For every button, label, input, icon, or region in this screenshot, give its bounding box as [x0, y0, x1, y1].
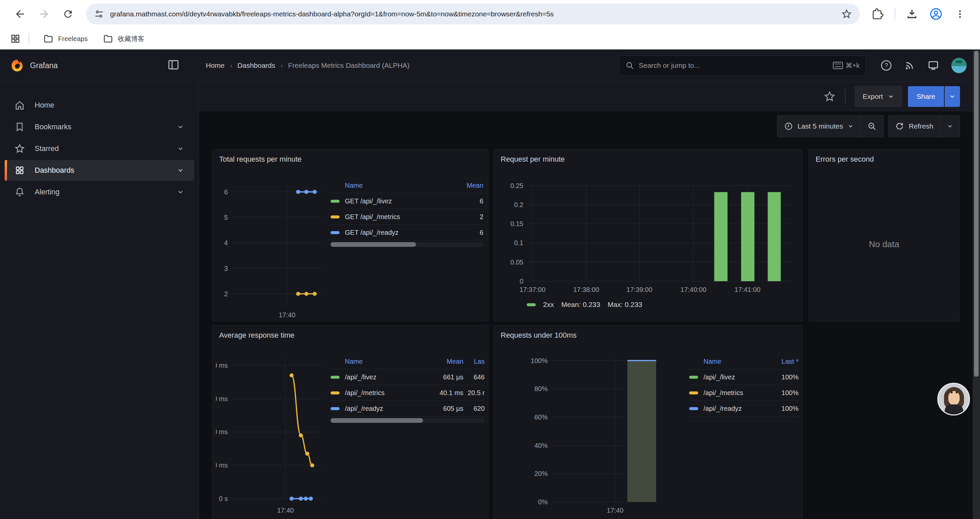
svg-text:17:41:00: 17:41:00	[735, 286, 760, 293]
sidebar: Home Bookmarks Starred Dashb	[0, 82, 199, 519]
search-input[interactable]: Search or jump to... ⌘+k	[619, 56, 866, 75]
svg-text:80 ms: 80 ms	[216, 362, 228, 369]
clock-icon	[784, 122, 793, 131]
legend-row[interactable]: /api/_/metrics 100%	[689, 385, 799, 401]
monitor-icon[interactable]	[927, 60, 939, 71]
subheader-divider	[845, 89, 846, 104]
page-scrollbar[interactable]	[973, 50, 980, 519]
bookmark-folder-blogs[interactable]: 收藏博客	[97, 31, 150, 47]
panel-title[interactable]: Average response time	[219, 331, 294, 340]
legend-row[interactable]: GET /api/_/livez 6	[331, 193, 483, 209]
legend-series-name[interactable]: 2xx	[543, 300, 554, 308]
reload-button[interactable]	[57, 3, 79, 25]
assistant-avatar[interactable]	[937, 383, 970, 415]
refresh-button[interactable]: Refresh	[889, 115, 940, 137]
sidebar-item-bookmarks[interactable]: Bookmarks	[5, 117, 194, 137]
request-per-minute-legend[interactable]: 2xx Mean: 0.233 Max: 0.233	[527, 300, 642, 308]
refresh-interval-button[interactable]	[940, 115, 960, 137]
sidebar-item-starred[interactable]: Starred	[5, 138, 194, 159]
chevron-down-icon[interactable]	[177, 145, 184, 153]
chevron-down-icon[interactable]	[177, 188, 184, 197]
share-menu-button[interactable]	[945, 86, 960, 107]
sidebar-item-home[interactable]: Home	[5, 95, 194, 115]
active-accent	[5, 160, 7, 181]
url-bar[interactable]: grafana.mathmast.com/d/deytv4rwavabkb/fr…	[86, 4, 860, 24]
legend-row[interactable]: GET /api/_/metrics 2	[331, 209, 483, 225]
share-button[interactable]: Share	[908, 86, 944, 107]
browser-menu-button[interactable]	[949, 3, 970, 25]
legend-header-last[interactable]: Last *	[768, 358, 799, 366]
legend-header-mean[interactable]: Mean	[460, 182, 483, 189]
legend-row[interactable]: /api/_/readyz 100%	[689, 401, 799, 417]
url-text[interactable]: grafana.mathmast.com/d/deytv4rwavabkb/fr…	[110, 10, 835, 18]
legend-row[interactable]: GET /api/_/readyz 6	[331, 225, 483, 241]
series-color-pill	[527, 303, 536, 306]
svg-text:4: 4	[224, 239, 228, 246]
panel-request-per-minute[interactable]: Request per minute 0.250.20.150.10.05017…	[494, 149, 803, 321]
avatar-face	[948, 391, 960, 405]
user-avatar[interactable]	[951, 58, 967, 73]
news-rss-icon[interactable]	[904, 60, 915, 71]
site-settings-icon[interactable]	[94, 9, 104, 19]
sidebar-item-alerting[interactable]: Alerting	[5, 182, 194, 203]
panel-title[interactable]: Errors per second	[816, 155, 874, 164]
legend-hscrollbar[interactable]	[331, 242, 483, 247]
total-requests-chart: 6543217:40	[216, 178, 326, 320]
apps-grid-icon[interactable]	[10, 34, 21, 44]
chevron-down-icon[interactable]	[177, 167, 184, 175]
legend-row[interactable]: /api/_/livez 100%	[689, 369, 799, 385]
refresh-label: Refresh	[908, 122, 933, 130]
time-range-picker[interactable]: Last 5 minutes	[778, 115, 861, 137]
avg-response-chart: 80 ms60 ms40 ms20 ms0 s17:40	[216, 355, 326, 519]
legend-header-last[interactable]: Las	[463, 358, 485, 366]
help-icon[interactable]: ?	[881, 60, 892, 71]
legend-header-name[interactable]: Name	[345, 358, 363, 366]
forward-button[interactable]	[33, 3, 55, 25]
avatar-eye	[956, 391, 958, 393]
panel-requests-under-100ms[interactable]: Requests under 100ms 100%80%60%40%20%0%1…	[494, 325, 803, 519]
panel-errors-per-second[interactable]: Errors per second No data	[808, 149, 960, 321]
legend-row[interactable]: /api/_/metrics 40.1 ms 20.5 r	[331, 385, 485, 401]
browser-toolbar: grafana.mathmast.com/d/deytv4rwavabkb/fr…	[0, 0, 980, 28]
svg-text:0.1: 0.1	[514, 239, 523, 246]
svg-text:0.15: 0.15	[510, 220, 523, 227]
breadcrumb-dashboards[interactable]: Dashboards	[237, 61, 275, 69]
series-color-pill	[331, 407, 340, 410]
bookmark-folder-freeleaps[interactable]: Freeleaps	[37, 31, 94, 47]
svg-text:60%: 60%	[535, 414, 548, 421]
legend-row[interactable]: /api/_/readyz 605 µs 620	[331, 401, 485, 417]
sidebar-item-label: Home	[35, 101, 54, 110]
panel-avg-response-time[interactable]: Average response time 80 ms60 ms40 ms20 …	[212, 325, 488, 519]
panel-title[interactable]: Request per minute	[501, 155, 565, 164]
bookmark-star-icon[interactable]	[841, 9, 852, 19]
request-per-minute-chart: 0.250.20.150.10.05017:37:0017:38:0017:39…	[498, 178, 797, 296]
grafana-brand[interactable]: Grafana	[10, 58, 58, 72]
panel-total-requests[interactable]: Total requests per minute 6543217:40 Nam…	[212, 149, 488, 321]
legend-hscrollbar[interactable]	[331, 418, 485, 423]
chevron-down-icon	[888, 93, 894, 100]
legend-header-name[interactable]: Name	[345, 182, 363, 189]
back-button[interactable]	[10, 3, 31, 25]
extensions-button[interactable]	[867, 3, 889, 25]
legend-header-mean[interactable]: Mean	[426, 358, 463, 366]
series-color-pill	[331, 391, 340, 394]
breadcrumb-home[interactable]: Home	[206, 61, 224, 69]
svg-text:20%: 20%	[535, 470, 548, 477]
legend-row[interactable]: /api/_/livez 661 µs 646	[331, 369, 485, 385]
mega-menu-toggle[interactable]	[168, 60, 179, 71]
panel-title[interactable]: Requests under 100ms	[501, 331, 576, 340]
legend-mean: Mean: 0.233	[562, 300, 600, 308]
profile-button[interactable]	[925, 3, 947, 25]
legend-header-name[interactable]: Name	[703, 358, 721, 366]
legend-max: Max: 0.233	[608, 300, 642, 308]
downloads-button[interactable]	[901, 3, 923, 25]
chevron-down-icon[interactable]	[177, 123, 184, 132]
export-button[interactable]: Export	[855, 86, 902, 107]
svg-text:0.2: 0.2	[514, 201, 523, 208]
scrollbar-thumb[interactable]	[974, 51, 978, 377]
zoom-out-button[interactable]	[861, 115, 883, 137]
svg-text:17:40: 17:40	[607, 507, 624, 514]
sidebar-item-dashboards[interactable]: Dashboards	[5, 160, 194, 181]
panel-title[interactable]: Total requests per minute	[219, 155, 302, 164]
favorite-star-icon[interactable]	[824, 91, 835, 102]
